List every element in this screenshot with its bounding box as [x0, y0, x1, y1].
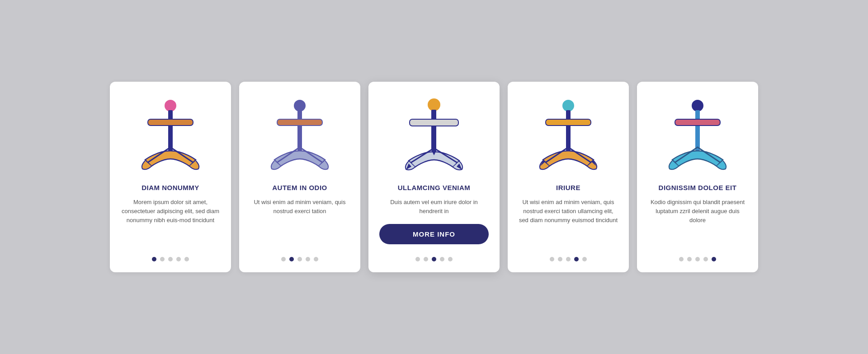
svg-point-0 — [165, 100, 176, 111]
dot — [448, 257, 453, 261]
dot — [582, 257, 587, 261]
svg-rect-14 — [675, 119, 720, 126]
dot — [424, 257, 428, 261]
more-info-button[interactable]: MORE INFO — [379, 224, 489, 244]
card-3: ULLAMCING VENIAM Duis autem vel eum iriu… — [368, 82, 500, 272]
card-3-dots — [415, 257, 453, 261]
card-4-text: Ut wisi enim ad minim veniam, quis nostr… — [519, 198, 618, 249]
card-1: DIAM NONUMMY Morem ipsum dolor sit amet,… — [110, 82, 231, 272]
card-2-dots — [281, 257, 318, 261]
svg-rect-7 — [431, 110, 436, 151]
dot — [566, 257, 571, 261]
dot — [415, 257, 420, 261]
anchor-icon-4 — [532, 94, 604, 176]
dot — [160, 257, 165, 261]
card-3-text: Duis autem vel eum iriure dolor in hendr… — [379, 198, 489, 216]
svg-point-9 — [563, 100, 574, 111]
dot — [176, 257, 181, 261]
card-1-dots — [152, 257, 189, 261]
dot-active — [712, 257, 716, 261]
svg-rect-11 — [546, 119, 591, 126]
dot — [440, 257, 444, 261]
svg-rect-10 — [566, 110, 571, 151]
card-5-title: DIGNISSIM DOLOE EIT — [659, 184, 737, 191]
card-1-title: DIAM NONUMMY — [142, 184, 199, 191]
dot-active — [289, 257, 294, 261]
cards-container: DIAM NONUMMY Morem ipsum dolor sit amet,… — [92, 64, 776, 290]
anchor-icon-3 — [398, 94, 470, 176]
dot-active — [152, 257, 156, 261]
dot — [687, 257, 692, 261]
dot — [679, 257, 684, 261]
anchor-icon-1 — [134, 94, 207, 176]
dot — [297, 257, 302, 261]
card-5: DIGNISSIM DOLOE EIT Kodio dignissim qui … — [637, 82, 758, 272]
dot — [314, 257, 318, 261]
card-5-dots — [679, 257, 716, 261]
dot-active — [574, 257, 579, 261]
anchor-icon-2 — [264, 94, 336, 176]
card-2-title: AUTEM IN ODIO — [272, 184, 327, 191]
card-2-text: Ut wisi enim ad minim veniam, quis nostr… — [250, 198, 349, 249]
card-4-dots — [550, 257, 587, 261]
card-3-title: ULLAMCING VENIAM — [398, 184, 471, 191]
card-4: IRIURE Ut wisi enim ad minim veniam, qui… — [508, 82, 629, 272]
card-5-text: Kodio dignissim qui blandit praesent lup… — [648, 198, 747, 249]
svg-rect-8 — [410, 119, 458, 126]
svg-point-12 — [692, 100, 703, 111]
svg-rect-13 — [695, 110, 700, 151]
dot — [184, 257, 189, 261]
anchor-icon-5 — [661, 94, 734, 176]
svg-rect-1 — [168, 110, 173, 151]
card-2: AUTEM IN ODIO Ut wisi enim ad minim veni… — [239, 82, 360, 272]
svg-rect-5 — [277, 119, 322, 126]
svg-point-6 — [428, 99, 440, 111]
dot-active — [432, 257, 436, 261]
svg-rect-2 — [148, 119, 193, 126]
dot — [281, 257, 286, 261]
dot — [703, 257, 708, 261]
dot — [168, 257, 173, 261]
dot — [306, 257, 310, 261]
dot — [558, 257, 562, 261]
card-4-title: IRIURE — [556, 184, 580, 191]
dot — [695, 257, 700, 261]
card-1-text: Morem ipsum dolor sit amet, consectetuer… — [121, 198, 220, 249]
dot — [550, 257, 554, 261]
svg-rect-4 — [297, 110, 302, 151]
svg-point-3 — [294, 100, 305, 111]
